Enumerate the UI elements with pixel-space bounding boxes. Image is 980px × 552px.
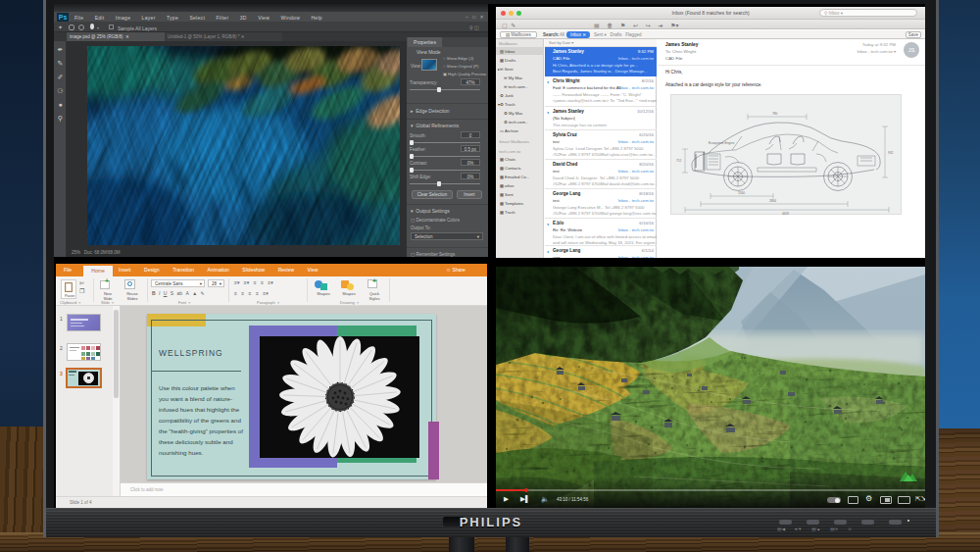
svg-text:1560: 1560 [738,191,745,195]
svg-text:4459: 4459 [782,212,789,216]
svg-text:712: 712 [676,159,682,163]
svg-text:Ecosystem Engine: Ecosystem Engine [709,141,735,145]
svg-text:780: 780 [772,112,778,116]
svg-text:932: 932 [888,151,894,155]
svg-text:2864: 2864 [769,199,776,203]
